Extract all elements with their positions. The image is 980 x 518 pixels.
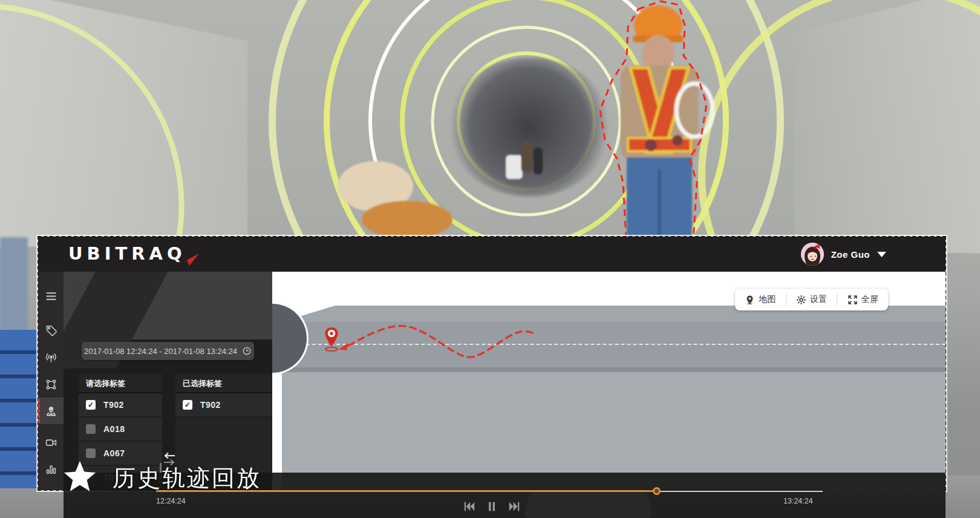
selected-tag-row-0[interactable]: T902 [175,393,272,418]
fullscreen-button-label: 全屏 [861,294,878,305]
fullscreen-button[interactable]: 全屏 [837,289,888,310]
settings-button[interactable]: 设置 [786,289,837,310]
skip-forward-icon [508,501,520,512]
timeline-progress-handle[interactable] [653,487,661,495]
gear-icon [796,295,806,305]
sidebar-item-anchors[interactable] [38,344,64,371]
app-body: 地图 设置 [38,272,946,490]
logo-text: UBITRAQ [68,243,186,264]
map-button[interactable]: 地图 [735,289,786,310]
map-canvas[interactable]: 地图 设置 [272,272,946,490]
zone-icon [45,378,57,391]
camera-icon [45,436,57,449]
chevron-down-icon[interactable] [877,252,886,257]
tag-label: T902 [103,400,124,410]
settings-button-label: 设置 [810,294,827,305]
checkbox[interactable] [183,400,192,410]
trajectory-layer [321,319,605,385]
worker-glove-right [672,135,683,146]
user-menu[interactable]: Zoe Guo [801,242,886,266]
orange-blob [362,201,452,238]
skip-forward-button[interactable] [508,500,521,513]
ubitraq-app-window: UBITRAQ [38,237,946,490]
map-toolbar: 地图 设置 [735,289,888,310]
checkbox[interactable] [86,424,96,434]
tag-icon [45,325,57,338]
map-pin-icon [745,295,755,305]
trajectory-arrow-tip [339,343,348,350]
distant-cart [506,155,523,179]
menu-icon [45,290,57,303]
map-button-label: 地图 [759,294,776,305]
app-header: UBITRAQ [38,237,946,272]
blue-rack [0,330,38,488]
pause-button[interactable] [485,500,498,513]
sidebar-item-tags[interactable] [38,318,64,344]
fullscreen-icon [848,295,858,305]
logo-arrow-icon [180,253,200,269]
skip-back-icon [463,501,475,512]
clock-icon [242,346,252,356]
tag-source-title: 请选择标签 [79,374,162,393]
person-location-icon [45,405,57,418]
sidebar-item-zones[interactable] [38,371,64,398]
worker-figure [593,0,744,242]
avatar [801,243,824,266]
timeline-start-time: 12:24:24 [156,497,186,505]
date-range-picker[interactable]: 2017-01-08 12:24:24 - 2017-01-08 13:24:2… [82,342,254,360]
tag-selected-title: 已选择标签 [175,374,272,393]
page: UBITRAQ [0,0,980,518]
source-tag-row-0[interactable]: T902 [79,393,162,418]
user-name: Zoe Guo [831,249,870,260]
caption-text: 历史轨迹回放 [113,463,261,494]
star-icon [63,460,97,496]
tunnel-interior [448,57,611,197]
tag-label: A067 [103,448,125,458]
location-pin-icon [325,327,338,351]
trajectory-path [351,326,532,358]
tag-label: A018 [103,424,125,434]
broadcast-icon [45,352,57,364]
source-tag-row-1[interactable]: A018 [79,418,162,442]
caption: 历史轨迹回放 [63,460,261,496]
skip-back-button[interactable] [463,500,476,513]
playback-filter-panel: 2017-01-08 12:24:24 - 2017-01-08 13:24:2… [64,272,272,490]
sidebar-item-video[interactable] [38,429,64,456]
checkbox[interactable] [86,400,96,410]
distant-worker-2 [534,148,543,174]
date-range-value: 2017-01-08 12:24:24 - 2017-01-08 13:24:2… [84,347,237,356]
distant-worker-1 [521,140,532,172]
sidebar-item-statistics[interactable] [38,456,64,482]
stats-icon [45,463,57,476]
sidebar [38,272,64,490]
app-logo: UBITRAQ [68,243,200,269]
sidebar-item-menu[interactable] [38,283,64,309]
playback-controls [463,500,521,513]
sidebar-item-track-playback[interactable] [38,398,64,424]
checkbox[interactable] [86,448,96,458]
worker-glove-left [645,139,657,151]
pause-icon [486,501,498,512]
blue-rack-upper [0,237,28,332]
timeline-end-time: 13:24:24 [783,497,813,505]
tag-label: T902 [200,400,221,410]
